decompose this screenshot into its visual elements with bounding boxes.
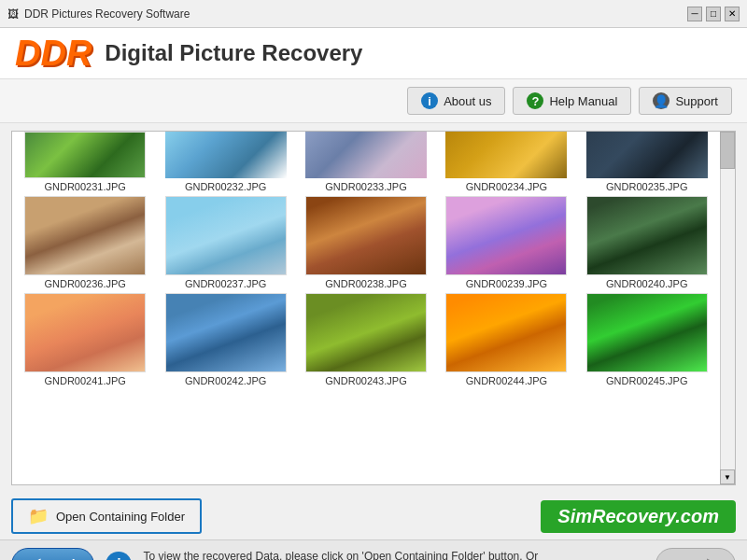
list-item[interactable]: GNDR00238.JPG [301, 196, 431, 289]
list-item[interactable]: GNDR00231.JPG [20, 132, 150, 192]
maximize-button[interactable]: □ [706, 7, 721, 21]
list-item[interactable]: GNDR00237.JPG [160, 196, 290, 289]
about-us-label: About us [444, 94, 491, 108]
image-filename: GNDR00242.JPG [185, 375, 266, 386]
help-icon: ? [527, 92, 543, 109]
about-us-button[interactable]: i About us [407, 87, 505, 115]
scrollbar-thumb[interactable] [720, 132, 735, 169]
image-filename: GNDR00237.JPG [185, 278, 266, 289]
image-filename: GNDR00238.JPG [325, 278, 406, 289]
image-filename: GNDR00243.JPG [325, 375, 406, 386]
list-item[interactable]: GNDR00243.JPG [301, 293, 431, 386]
list-item[interactable]: GNDR00244.JPG [441, 293, 571, 386]
back-button[interactable]: ◀ Back [11, 548, 94, 560]
title-bar-text: DDR Pictures Recovery Software [24, 7, 190, 21]
footer-info-icon: i [106, 552, 132, 560]
list-item[interactable]: GNDR00239.JPG [441, 196, 571, 289]
info-icon: i [421, 92, 438, 109]
help-manual-label: Help Manual [549, 94, 617, 108]
window-controls[interactable]: ─ □ ✕ [687, 7, 740, 21]
image-filename: GNDR00234.JPG [466, 181, 547, 192]
image-filename: GNDR00241.JPG [44, 375, 125, 386]
image-filename: GNDR00240.JPG [606, 278, 687, 289]
folder-icon: 📁 [28, 506, 49, 526]
list-item[interactable]: GNDR00233.JPG [301, 132, 431, 192]
support-icon: 👤 [653, 92, 669, 109]
open-folder-label: Open Containing Folder [56, 510, 185, 524]
list-item[interactable]: GNDR00235.JPG [582, 132, 712, 192]
image-gallery: ▲ ▼ GNDR00231.JPG GNDR00232.JPG GNDR0023… [11, 131, 736, 485]
app-header: DDR Digital Picture Recovery [0, 28, 747, 79]
back-arrow-icon: ◀ [27, 554, 40, 560]
next-button: Next ▶ [655, 548, 736, 560]
image-filename: GNDR00231.JPG [44, 181, 125, 192]
footer-info-text: To view the recovered Data, please click… [143, 548, 538, 560]
open-folder-button[interactable]: 📁 Open Containing Folder [11, 498, 202, 534]
footer: ◀ Back i To view the recovered Data, ple… [0, 539, 747, 560]
list-item[interactable]: GNDR00236.JPG [20, 196, 150, 289]
scrollbar-track[interactable]: ▲ ▼ [720, 132, 735, 484]
help-manual-button[interactable]: ? Help Manual [513, 87, 631, 115]
list-item[interactable]: GNDR00232.JPG [160, 132, 290, 192]
image-filename: GNDR00236.JPG [44, 278, 125, 289]
title-bar: 🖼 DDR Pictures Recovery Software ─ □ ✕ [0, 0, 747, 28]
image-filename: GNDR00239.JPG [466, 278, 547, 289]
list-item[interactable]: GNDR00241.JPG [20, 293, 150, 386]
list-item[interactable]: GNDR00245.JPG [582, 293, 712, 386]
list-item[interactable]: GNDR00242.JPG [160, 293, 290, 386]
close-button[interactable]: ✕ [725, 7, 740, 21]
image-filename: GNDR00235.JPG [606, 181, 687, 192]
toolbar: i About us ? Help Manual 👤 Support [0, 79, 747, 123]
list-item[interactable]: GNDR00240.JPG [582, 196, 712, 289]
app-title: Digital Picture Recovery [105, 40, 362, 66]
support-button[interactable]: 👤 Support [639, 87, 732, 115]
bottom-bar: 📁 Open Containing Folder SimRecovery.com [11, 493, 736, 539]
scroll-down-arrow[interactable]: ▼ [720, 469, 735, 484]
list-item[interactable]: GNDR00234.JPG [441, 132, 571, 192]
ddr-logo: DDR [15, 35, 92, 71]
image-filename: GNDR00244.JPG [466, 375, 547, 386]
sim-recovery-label: SimRecovery.com [541, 500, 736, 533]
minimize-button[interactable]: ─ [687, 7, 702, 21]
next-arrow-icon: ▶ [707, 554, 720, 560]
image-filename: GNDR00233.JPG [325, 181, 406, 192]
support-label: Support [675, 94, 718, 108]
title-bar-icon: 🖼 [7, 7, 19, 21]
image-filename: GNDR00232.JPG [185, 181, 266, 192]
image-filename: GNDR00245.JPG [606, 375, 687, 386]
